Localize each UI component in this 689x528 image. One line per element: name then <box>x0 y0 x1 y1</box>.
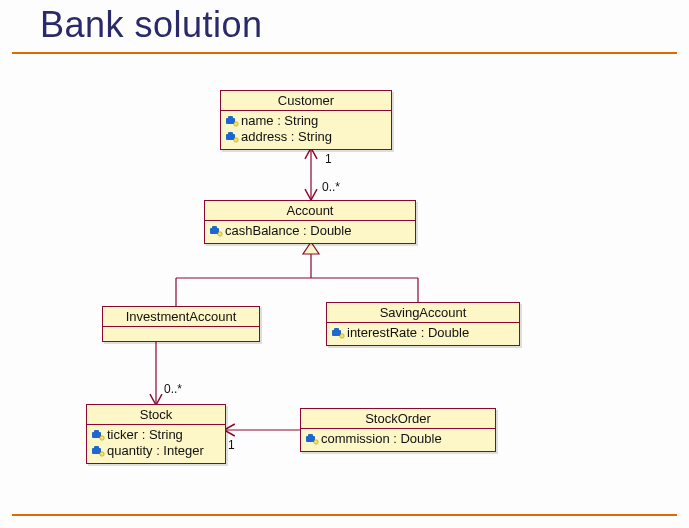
attribute: interestRate : Double <box>331 325 513 341</box>
attribute-icon <box>225 131 239 143</box>
class-name: StockOrder <box>301 409 495 429</box>
class-name: Account <box>205 201 415 221</box>
title-rule <box>12 52 677 54</box>
class-body: commission : Double <box>301 429 495 451</box>
attribute: ticker : String <box>91 427 219 443</box>
svg-rect-4 <box>228 132 233 135</box>
class-name: Stock <box>87 405 225 425</box>
multiplicity: 0..* <box>164 382 182 396</box>
attribute-icon <box>331 327 345 339</box>
attribute-text: commission : Double <box>321 431 442 447</box>
class-stock: Stock ticker : String quantity : Integer <box>86 404 226 464</box>
attribute-text: address : String <box>241 129 332 145</box>
class-account: Account cashBalance : Double <box>204 200 416 244</box>
attribute-text: interestRate : Double <box>347 325 469 341</box>
svg-rect-19 <box>308 434 313 437</box>
svg-rect-7 <box>212 226 217 229</box>
svg-point-8 <box>218 232 222 236</box>
attribute-icon <box>91 445 105 457</box>
svg-rect-1 <box>228 116 233 119</box>
svg-point-14 <box>100 436 104 440</box>
svg-rect-10 <box>334 328 339 331</box>
class-name: SavingAccount <box>327 303 519 323</box>
svg-rect-16 <box>94 446 99 449</box>
svg-point-5 <box>234 138 238 142</box>
class-customer: Customer name : String address : String <box>220 90 392 150</box>
multiplicity: 0..* <box>322 180 340 194</box>
page-title: Bank solution <box>0 0 689 52</box>
footer-rule <box>12 514 677 516</box>
class-investment-account: InvestmentAccount <box>102 306 260 342</box>
class-body <box>103 327 259 341</box>
class-stock-order: StockOrder commission : Double <box>300 408 496 452</box>
attribute-text: quantity : Integer <box>107 443 204 459</box>
attribute-icon <box>209 225 223 237</box>
class-body: name : String address : String <box>221 111 391 149</box>
attribute-text: name : String <box>241 113 318 129</box>
attribute-icon <box>91 429 105 441</box>
svg-point-2 <box>234 122 238 126</box>
svg-rect-13 <box>94 430 99 433</box>
diagram-canvas: Customer name : String address : String … <box>0 70 689 516</box>
multiplicity: 1 <box>228 438 235 452</box>
attribute: name : String <box>225 113 385 129</box>
class-name: Customer <box>221 91 391 111</box>
attribute: quantity : Integer <box>91 443 219 459</box>
class-body: interestRate : Double <box>327 323 519 345</box>
svg-point-11 <box>340 334 344 338</box>
multiplicity: 1 <box>325 152 332 166</box>
attribute-icon <box>305 433 319 445</box>
attribute-text: cashBalance : Double <box>225 223 351 239</box>
class-name: InvestmentAccount <box>103 307 259 327</box>
attribute-icon <box>225 115 239 127</box>
class-body: ticker : String quantity : Integer <box>87 425 225 463</box>
attribute: address : String <box>225 129 385 145</box>
class-body: cashBalance : Double <box>205 221 415 243</box>
attribute: commission : Double <box>305 431 489 447</box>
attribute: cashBalance : Double <box>209 223 409 239</box>
svg-point-17 <box>100 452 104 456</box>
class-saving-account: SavingAccount interestRate : Double <box>326 302 520 346</box>
attribute-text: ticker : String <box>107 427 183 443</box>
svg-point-20 <box>314 440 318 444</box>
